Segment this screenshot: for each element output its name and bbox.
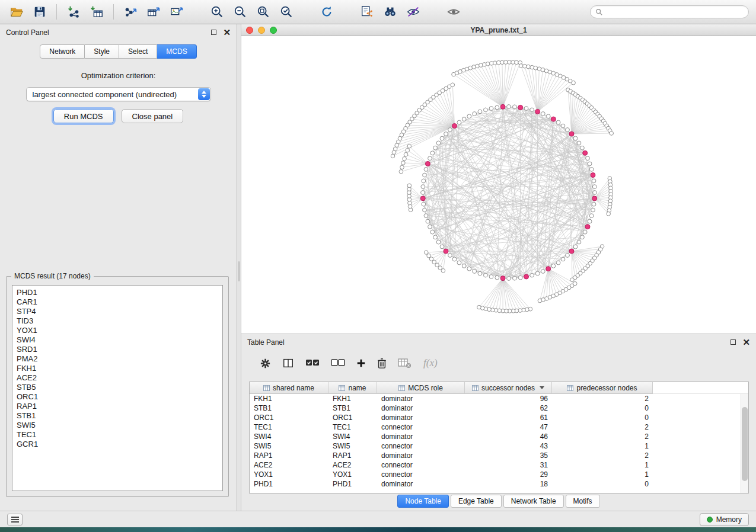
table-toolbar: f(x) (241, 350, 756, 376)
import-network-button[interactable] (64, 3, 83, 21)
search-box[interactable] (590, 5, 749, 18)
clone-network-button[interactable] (358, 3, 377, 21)
close-window-button[interactable] (246, 27, 253, 34)
list-item[interactable]: SWI4 (12, 335, 222, 345)
memory-status-icon (707, 517, 713, 523)
column-header-predecessor-nodes[interactable]: predecessor nodes (552, 382, 653, 394)
open-session-button[interactable] (7, 3, 26, 21)
tab-motifs[interactable]: Motifs (566, 495, 600, 508)
zoom-out-button[interactable] (231, 3, 250, 21)
plus-icon (356, 358, 366, 368)
close-table-panel-button[interactable]: ✕ (742, 339, 750, 345)
criterion-dropdown[interactable]: largest connected component (undirected) (26, 87, 211, 101)
network-graph[interactable] (241, 36, 756, 333)
run-mcds-button[interactable]: Run MCDS (53, 109, 114, 123)
table-row[interactable]: PHD1PHD1dominator180 (250, 479, 748, 489)
graphics-details-button[interactable] (404, 3, 423, 21)
float-panel-button[interactable] (211, 30, 216, 35)
export-network-button[interactable] (121, 3, 140, 21)
save-session-button[interactable] (30, 3, 49, 21)
criterion-dropdown-value: largest connected component (undirected) (33, 90, 177, 99)
export-image-icon (170, 5, 184, 19)
list-item[interactable]: FKH1 (12, 364, 222, 373)
refresh-icon (320, 5, 334, 19)
list-item[interactable]: STB5 (12, 383, 222, 392)
search-input[interactable] (605, 8, 744, 16)
table-row[interactable]: ORC1ORC1dominator610 (250, 413, 748, 422)
list-item[interactable]: PMA2 (12, 354, 222, 364)
list-item[interactable]: ACE2 (12, 373, 222, 383)
tab-network-table[interactable]: Network Table (503, 495, 564, 508)
close-panel-button[interactable]: ✕ (223, 30, 231, 36)
table-row[interactable]: TEC1TEC1connector472 (250, 422, 748, 432)
tab-edge-table[interactable]: Edge Table (451, 495, 502, 508)
list-item[interactable]: ORC1 (12, 392, 222, 402)
minimize-window-button[interactable] (258, 27, 265, 34)
maximize-window-button[interactable] (270, 27, 277, 34)
column-header-successor-nodes[interactable]: successor nodes (465, 382, 552, 394)
list-item[interactable]: TEC1 (12, 430, 222, 440)
export-image-button[interactable] (167, 3, 186, 21)
desktop-wallpaper-strip (0, 527, 756, 532)
task-history-button[interactable] (7, 514, 23, 525)
select-all-columns-button[interactable] (305, 357, 320, 369)
list-item[interactable]: STB1 (12, 411, 222, 421)
tab-style[interactable]: Style (85, 44, 119, 59)
column-header-name[interactable]: name (328, 382, 377, 394)
zoom-fit-button[interactable] (254, 3, 273, 21)
list-item[interactable]: YOX1 (12, 326, 222, 335)
deselect-all-columns-button[interactable] (330, 357, 346, 369)
network-window-titlebar: YPA_prune.txt_1 (241, 24, 756, 36)
panel-splitter[interactable] (237, 24, 241, 511)
table-row[interactable]: SWI5SWI5connector431 (250, 441, 748, 451)
list-item[interactable]: SRD1 (12, 345, 222, 354)
zoom-fit-icon (256, 5, 270, 19)
close-panel-button-mcds[interactable]: Close panel (122, 109, 184, 123)
list-item[interactable]: STP4 (12, 307, 222, 316)
list-item[interactable]: CAR1 (12, 297, 222, 307)
open-folder-icon (9, 5, 24, 19)
table-row[interactable]: ACE2ACE2connector311 (250, 460, 748, 470)
table-scrollbar[interactable] (741, 394, 748, 493)
zoom-out-icon (233, 5, 247, 19)
zoom-in-button[interactable] (208, 3, 227, 21)
delete-column-button[interactable] (377, 357, 387, 369)
create-column-button[interactable] (356, 358, 366, 368)
trash-icon (377, 357, 387, 369)
memory-button[interactable]: Memory (700, 513, 749, 526)
tab-network[interactable]: Network (40, 44, 85, 59)
list-item[interactable]: SWI5 (12, 421, 222, 430)
table-row[interactable]: YOX1YOX1connector291 (250, 470, 748, 479)
export-table-button[interactable] (144, 3, 163, 21)
delete-table-button[interactable] (397, 357, 412, 369)
column-header-shared-name[interactable]: shared name (250, 382, 328, 394)
table-row[interactable]: RAP1RAP1dominator352 (250, 451, 748, 460)
tab-node-table[interactable]: Node Table (397, 495, 449, 508)
show-hide-details-button[interactable] (444, 3, 463, 21)
show-column-button[interactable] (282, 357, 295, 369)
checked-boxes-icon (305, 357, 320, 369)
table-row[interactable]: SWI4SWI4dominator462 (250, 432, 748, 441)
list-item[interactable]: GCR1 (12, 440, 222, 449)
table-row[interactable]: STB1STB1dominator620 (250, 403, 748, 413)
search-network-button[interactable] (381, 3, 400, 21)
list-item[interactable]: RAP1 (12, 402, 222, 411)
function-builder-button[interactable]: f(x) (423, 357, 438, 369)
tab-select[interactable]: Select (119, 44, 157, 59)
float-table-panel-button[interactable] (731, 339, 736, 345)
tab-mcds[interactable]: MCDS (157, 44, 196, 59)
list-item[interactable]: PHD1 (12, 288, 222, 297)
mcds-result-list[interactable]: PHD1CAR1STP4TID3YOX1SWI4SRD1PMA2FKH1ACE2… (12, 285, 223, 491)
list-item[interactable]: TID3 (12, 316, 222, 326)
node-table: shared namenameMCDS rolesuccessor nodesp… (249, 382, 749, 493)
network-canvas[interactable] (241, 36, 756, 333)
table-panel: Table Panel ✕ f(x) shared namenameMCD (241, 334, 756, 511)
scrollbar-thumb[interactable] (742, 407, 748, 481)
table-row[interactable]: FKH1FKH1dominator962 (250, 394, 748, 403)
zoom-selected-button[interactable] (277, 3, 296, 21)
import-table-button[interactable] (87, 3, 106, 21)
column-header-mcds-role[interactable]: MCDS role (377, 382, 465, 394)
table-settings-button[interactable] (259, 357, 272, 370)
splitter-handle[interactable] (238, 261, 240, 281)
refresh-layout-button[interactable] (317, 3, 336, 21)
